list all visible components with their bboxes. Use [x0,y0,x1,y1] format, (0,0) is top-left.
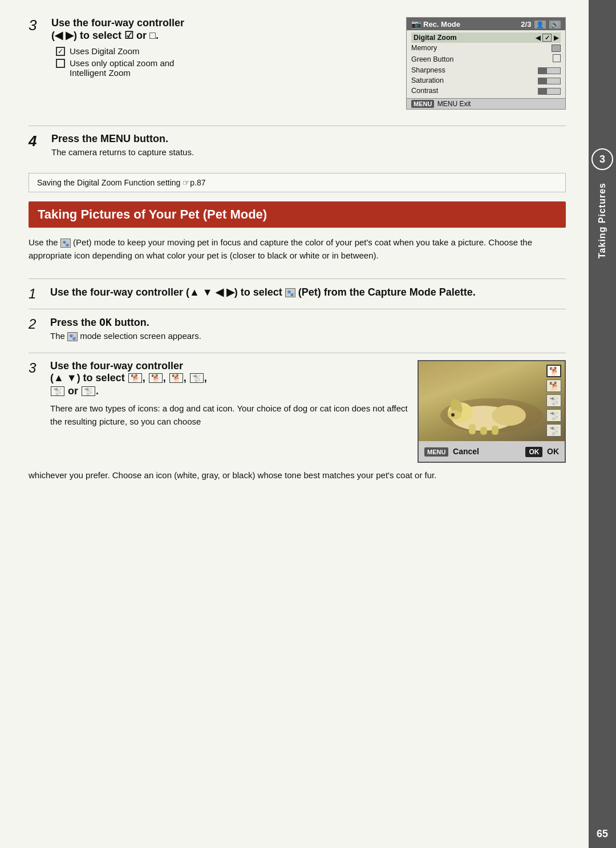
pet-step3-number: 3 [29,360,43,376]
svg-rect-8 [469,424,476,434]
intro-text: Use the 🐾 (Pet) mode to keep your moving… [29,236,566,263]
sharpness-label: Sharpness [411,66,445,74]
svg-rect-9 [480,427,487,435]
sidebar-tab: 3 Taking Pictures 65 [589,0,616,848]
pet-step3-description: There are two types of icons: a dog and … [50,402,408,429]
icon-black-cat: 🐩 [82,386,95,396]
checkbox-label-2: Uses only optical zoom andIntelligent Zo… [70,58,174,78]
checkbox-checked-icon: ✓ [56,47,65,56]
camera-menu-row-green-button: Green Button [411,53,561,65]
pet-icon-inline: 🐾 [285,288,295,297]
memory-label: Memory [411,44,437,52]
checkbox-list: ✓ Uses Digital Zoom Uses only optical zo… [56,46,395,78]
arrow-right-icon: ▶ [554,34,558,42]
step4-desc-text: The camera returns to capture status. [51,147,194,157]
note-text: Saving the Digital Zoom Function setting… [37,178,206,187]
dog-image [435,367,549,435]
pet-step3-title: Use the four-way controller (▲ ▼) to sel… [50,360,408,384]
camera-menu-row-sharpness: Sharpness [411,65,561,75]
saturation-value [538,76,561,84]
pet-icon-1: 🐕 [546,365,561,377]
menu-footer-left: MENU Cancel [424,447,479,456]
checkmark-box: ✓ [542,34,552,42]
checkbox-label-1: Uses Digital Zoom [70,46,140,56]
pet-step1-number: 1 [29,286,43,302]
step-number-4: 4 [29,133,44,150]
pet-step2: 2 Press the OK button. The 🐾 mode select… [29,316,566,344]
step4-section: 4 Press the MENU button. The camera retu… [29,133,566,161]
camera-menu-header: 📷 Rec. Mode 2/3 👤 🔊 [407,18,565,30]
camera-menu-row-saturation: Saturation [411,75,561,86]
camera-menu-row-memory: Memory [411,43,561,53]
camera-menu-row-digital-zoom: Digital Zoom ◀ ✓ ▶ [411,33,561,43]
saturation-slider-icon [538,78,561,84]
pet-step3-title2: (▲ ▼) to select 🐕, 🐕, 🐕, 🐩, [50,372,207,383]
camera-menu-panel: 📷 Rec. Mode 2/3 👤 🔊 Digital Zoom [406,17,566,110]
step4-title-text: Press the MENU button. [51,133,168,144]
digital-zoom-label: Digital Zoom [414,34,457,42]
section-header-pet-mode: Taking Pictures of Your Pet (Pet Mode) [29,201,566,228]
section-header-title: Taking Pictures of Your Pet (Pet Mode) [38,207,267,221]
step4-title: Press the MENU button. [51,133,566,145]
green-button-value [553,54,561,64]
checkbox-item-2: Uses only optical zoom andIntelligent Zo… [56,58,395,78]
icon-white-dog: 🐕 [128,373,142,383]
icon-gray-cat: 🐩 [51,386,64,396]
pet-step3: 3 Use the four-way controller (▲ ▼) to s… [29,360,408,429]
sharpness-value [538,66,561,74]
divider-1 [29,126,566,126]
bottom-description: whichever you prefer. Choose an icon (wh… [29,469,566,482]
pet-icon-inline2: 🐾 [67,332,78,341]
divider-3 [29,309,566,309]
arrow-left-icon: ◀ [536,34,540,42]
sharpness-slider-icon [538,67,561,74]
camera-menu-footer-text: MENU Exit [437,100,471,108]
camera-menu-body: Digital Zoom ◀ ✓ ▶ Memory [407,30,565,98]
pet-step2-title: Press the OK button. [50,316,566,329]
camera-menu-row-contrast: Contrast [411,86,561,96]
pet-camera-footer: MENU Cancel OK OK [419,441,565,462]
pet-step1-title: Use the four-way controller (▲ ▼ ◀ ▶) to… [50,286,566,298]
menu-key-label: MENU [411,100,434,108]
ok-badge: OK [525,447,542,457]
icon-black-dog: 🐕 [169,373,183,383]
step3-title-line1: Use the four-way controller [51,17,184,29]
pet-icon-5: 🐩 [546,424,561,437]
contrast-label: Contrast [411,87,438,95]
pet-mode-icon: 🐾 [60,239,71,248]
pet-step3-title3: 🐩 or 🐩. [50,385,408,397]
step4-description: The camera returns to capture status. [51,147,566,157]
step3-top-title: Use the four-way controller (◀ ▶) to sel… [51,17,395,42]
contrast-slider-icon [538,88,561,95]
cancel-label: Cancel [453,447,479,456]
pet-icons-column: 🐕 🐕 🐩 🐩 🐩 [546,365,561,437]
camera-menu-footer: MENU MENU Exit [407,98,565,109]
sidebar-chapter-number: 3 [591,148,613,170]
pet-step3-row: 3 Use the four-way controller (▲ ▼) to s… [29,360,566,463]
pet-camera-preview: 🐕 🐕 🐩 🐩 🐩 MENU Cancel [418,360,566,463]
svg-rect-10 [492,426,499,435]
icon-white-cat: 🐩 [190,373,204,383]
svg-point-7 [451,413,455,417]
step3-title-line2: (◀ ▶) to select ☑ or □. [51,30,159,41]
menu-footer-right: OK OK [525,447,559,456]
checkbox-unchecked-icon [56,59,65,68]
pet-icon-3: 🐩 [546,394,561,407]
step-number-3-top: 3 [29,17,44,34]
camera-menu-page: 2/3 [521,20,531,29]
camera-menu-header-icons: 👤 🔊 [534,20,561,29]
page-number: 65 [589,819,616,848]
green-button-label: Green Button [411,55,453,63]
checkbox-item-1: ✓ Uses Digital Zoom [56,46,395,56]
divider-2 [29,278,566,279]
divider-4 [29,353,566,353]
menu-badge: MENU [424,447,448,457]
memory-icon [552,45,561,52]
svg-point-3 [492,405,526,426]
note-box: Saving the Digital Zoom Function setting… [29,173,566,192]
empty-checkbox-icon [553,54,561,62]
ok-label: OK [547,447,559,456]
pet-step1: 1 Use the four-way controller (▲ ▼ ◀ ▶) … [29,286,566,302]
pet-icon-2: 🐕 [546,379,561,392]
saturation-label: Saturation [411,76,444,84]
